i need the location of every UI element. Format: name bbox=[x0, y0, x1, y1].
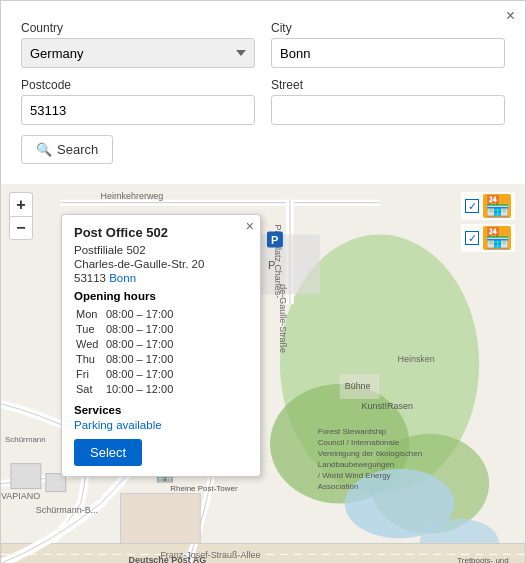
hours-time: 08:00 – 17:00 bbox=[106, 323, 246, 336]
svg-text:/ World Wind Energy: / World Wind Energy bbox=[318, 471, 391, 480]
popup-address-1: Postfiliale 502 bbox=[74, 244, 248, 256]
country-label: Country bbox=[21, 21, 255, 35]
hours-row: Mon08:00 – 17:00 bbox=[76, 308, 246, 321]
city-label: City bbox=[271, 21, 505, 35]
hours-day: Wed bbox=[76, 338, 104, 351]
svg-text:Association: Association bbox=[318, 482, 359, 491]
svg-text:Deutsche Post AG: Deutsche Post AG bbox=[129, 555, 207, 563]
svg-text:Schürmann: Schürmann bbox=[5, 435, 46, 444]
street-group: Street bbox=[271, 78, 505, 125]
zoom-controls: + − bbox=[9, 192, 33, 240]
svg-rect-18 bbox=[121, 494, 201, 544]
map-icon-item-1[interactable]: ✓ 🏪 bbox=[461, 192, 515, 220]
popup-address-2: Charles-de-Gaulle-Str. 20 bbox=[74, 258, 248, 270]
svg-text:de-Gaulle-Straße: de-Gaulle-Straße bbox=[278, 284, 288, 353]
popup-parking-text: Parking available bbox=[74, 419, 248, 431]
zoom-in-button[interactable]: + bbox=[9, 192, 33, 216]
map-container[interactable]: P Heimkehrerweg Parkplatz Charles- de-Ga… bbox=[1, 184, 525, 563]
map-icons-topright: ✓ 🏪 ✓ 🏪 bbox=[461, 192, 515, 252]
popup-title: Post Office 502 bbox=[74, 225, 248, 240]
form-row-1: Country Germany Austria Switzerland City bbox=[21, 21, 505, 68]
popup-city-link[interactable]: Bonn bbox=[109, 272, 136, 284]
street-input[interactable] bbox=[271, 95, 505, 125]
checkbox-icon-1: ✓ bbox=[465, 199, 479, 213]
hours-day: Sat bbox=[76, 383, 104, 396]
post-office-icon-2: 🏪 bbox=[483, 226, 511, 250]
form-area: Country Germany Austria Switzerland City… bbox=[1, 1, 525, 184]
svg-text:Forest Stewardship: Forest Stewardship bbox=[318, 427, 387, 436]
hours-day: Tue bbox=[76, 323, 104, 336]
svg-text:Landbaubewegungen: Landbaubewegungen bbox=[318, 460, 395, 469]
svg-text:Bühne: Bühne bbox=[345, 381, 371, 391]
svg-text:Council / Internationale: Council / Internationale bbox=[318, 438, 400, 447]
map-icon-item-2[interactable]: ✓ 🏪 bbox=[461, 224, 515, 252]
location-dialog: × Country Germany Austria Switzerland Ci… bbox=[0, 0, 526, 563]
country-select[interactable]: Germany Austria Switzerland bbox=[21, 38, 255, 68]
svg-text:Rheine Post-Tower: Rheine Post-Tower bbox=[170, 484, 238, 493]
postcode-label: Postcode bbox=[21, 78, 255, 92]
postcode-group: Postcode bbox=[21, 78, 255, 125]
popup-city-line: 53113 Bonn bbox=[74, 272, 248, 284]
form-row-search: 🔍 Search bbox=[21, 135, 505, 164]
hours-row: Sat10:00 – 12:00 bbox=[76, 383, 246, 396]
select-button[interactable]: Select bbox=[74, 439, 142, 466]
hours-time: 08:00 – 17:00 bbox=[106, 308, 246, 321]
hours-row: Thu08:00 – 17:00 bbox=[76, 353, 246, 366]
svg-rect-16 bbox=[11, 464, 41, 489]
hours-day: Fri bbox=[76, 368, 104, 381]
hours-day: Mon bbox=[76, 308, 104, 321]
dialog-close-button[interactable]: × bbox=[506, 7, 515, 25]
svg-text:Heimkehrerweg: Heimkehrerweg bbox=[101, 191, 164, 201]
hours-time: 10:00 – 12:00 bbox=[106, 383, 246, 396]
city-group: City bbox=[271, 21, 505, 68]
svg-text:P: P bbox=[271, 234, 278, 246]
location-popup: × Post Office 502 Postfiliale 502 Charle… bbox=[61, 214, 261, 477]
hours-time: 08:00 – 17:00 bbox=[106, 338, 246, 351]
postcode-input[interactable] bbox=[21, 95, 255, 125]
hours-row: Tue08:00 – 17:00 bbox=[76, 323, 246, 336]
svg-text:Schürmann-B...: Schürmann-B... bbox=[36, 506, 98, 516]
hours-row: Wed08:00 – 17:00 bbox=[76, 338, 246, 351]
svg-text:VAPIANO: VAPIANO bbox=[1, 491, 40, 501]
svg-rect-10 bbox=[1, 543, 525, 563]
svg-text:Heinsken: Heinsken bbox=[397, 354, 434, 364]
zoom-out-button[interactable]: − bbox=[9, 216, 33, 240]
svg-text:Tretboots- und: Tretboots- und bbox=[457, 556, 508, 563]
post-office-icon-1: 🏪 bbox=[483, 194, 511, 218]
checkbox-icon-2: ✓ bbox=[465, 231, 479, 245]
popup-hours-table: Mon08:00 – 17:00Tue08:00 – 17:00Wed08:00… bbox=[74, 306, 248, 398]
search-button[interactable]: 🔍 Search bbox=[21, 135, 113, 164]
city-input[interactable] bbox=[271, 38, 505, 68]
form-row-2: Postcode Street bbox=[21, 78, 505, 125]
hours-time: 08:00 – 17:00 bbox=[106, 368, 246, 381]
popup-postcode: 53113 bbox=[74, 272, 106, 284]
popup-services-title: Services bbox=[74, 404, 248, 416]
svg-text:Vereinigung der ökologischen: Vereinigung der ökologischen bbox=[318, 449, 422, 458]
country-group: Country Germany Austria Switzerland bbox=[21, 21, 255, 68]
hours-day: Thu bbox=[76, 353, 104, 366]
search-button-label: Search bbox=[57, 142, 98, 157]
popup-close-button[interactable]: × bbox=[246, 219, 254, 233]
search-icon: 🔍 bbox=[36, 142, 52, 157]
street-label: Street bbox=[271, 78, 505, 92]
popup-hours-title: Opening hours bbox=[74, 290, 248, 302]
hours-row: Fri08:00 – 17:00 bbox=[76, 368, 246, 381]
hours-time: 08:00 – 17:00 bbox=[106, 353, 246, 366]
svg-text:Kunst!Rasen: Kunst!Rasen bbox=[362, 401, 413, 411]
map-background: P Heimkehrerweg Parkplatz Charles- de-Ga… bbox=[1, 184, 525, 563]
